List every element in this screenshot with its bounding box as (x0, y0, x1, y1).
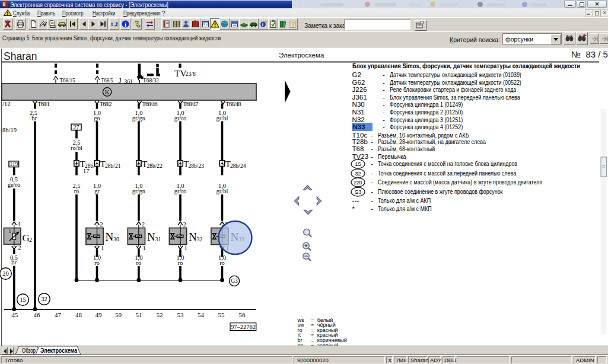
svg-text:15: 15 (355, 161, 361, 167)
svg-text:45: 45 (12, 311, 19, 318)
svg-text:23/8: 23/8 (186, 71, 196, 77)
svg-text:27: 27 (74, 124, 79, 130)
svg-text:30: 30 (113, 236, 119, 242)
svg-text:46: 46 (34, 311, 41, 318)
svg-text:?: ? (291, 21, 295, 28)
svg-text:48: 48 (75, 311, 82, 318)
svg-text:220: 220 (354, 180, 362, 186)
svg-text:28b/21: 28b/21 (105, 163, 121, 169)
svg-text:gr/ro: gr/ro (174, 115, 186, 122)
svg-text:32: 32 (197, 236, 203, 242)
svg-text:T68/48: T68/48 (226, 101, 241, 107)
svg-text:i: i (125, 21, 126, 28)
svg-text:?: ? (135, 20, 139, 28)
svg-text:17: 17 (83, 168, 90, 174)
svg-text:T68/15: T68/15 (60, 77, 75, 84)
svg-text:2: 2 (29, 237, 32, 243)
svg-text:br: br (11, 259, 17, 266)
svg-text:1: 1 (101, 245, 104, 251)
svg-text:G3: G3 (354, 189, 361, 194)
svg-text:52: 52 (157, 311, 163, 318)
svg-text:119: 119 (9, 161, 18, 167)
svg-text:T68/32: T68/32 (143, 77, 159, 84)
svg-text:ro/bl: ro/bl (71, 145, 82, 151)
svg-text:G3: G3 (231, 278, 238, 284)
svg-text:gr: gr (94, 188, 100, 194)
svg-text:361: 361 (125, 79, 133, 85)
svg-text:20: 20 (2, 270, 9, 277)
svg-text:53: 53 (177, 311, 184, 318)
svg-text:/12: /12 (2, 101, 10, 107)
svg-text:gr/gn: gr/gn (132, 188, 146, 194)
svg-text:N: N (147, 231, 155, 243)
svg-text:T68/1: T68/1 (38, 101, 50, 107)
svg-text:K: K (105, 89, 110, 95)
svg-text:1: 1 (142, 245, 145, 251)
svg-text:28b/22: 28b/22 (147, 163, 163, 169)
svg-text:55: 55 (218, 311, 225, 318)
svg-text:2: 2 (142, 221, 145, 228)
svg-text:32: 32 (355, 170, 361, 176)
svg-text:gr/gn: gr/gn (132, 115, 146, 122)
svg-text:32: 32 (41, 296, 47, 302)
svg-text:ro: ro (219, 260, 225, 266)
svg-text:47: 47 (55, 311, 62, 318)
svg-text:N: N (106, 231, 114, 243)
svg-text:T68/46: T68/46 (142, 101, 158, 107)
svg-text:56: 56 (239, 311, 246, 318)
svg-text:Электросхема: Электросхема (40, 347, 77, 354)
svg-text:2: 2 (183, 221, 186, 228)
svg-text:ro: ro (94, 260, 100, 266)
svg-text:1: 1 (9, 229, 11, 234)
svg-text:8b/19: 8b/19 (2, 127, 17, 133)
svg-text:N: N (189, 231, 197, 243)
svg-text:ro: ro (178, 260, 183, 266)
svg-text:gr/bl: gr/bl (217, 115, 228, 122)
svg-text:T68/47: T68/47 (183, 101, 199, 107)
svg-text:50: 50 (115, 311, 122, 318)
svg-text:T68/5: T68/5 (101, 77, 113, 84)
svg-text:51: 51 (136, 311, 142, 318)
svg-text:15: 15 (20, 296, 26, 303)
svg-text:ge/ro: ge/ro (8, 181, 21, 188)
svg-text:br: br (31, 115, 37, 122)
svg-text:gr/ro: gr/ro (174, 188, 186, 194)
svg-text:54: 54 (198, 311, 205, 318)
svg-text:4: 4 (18, 221, 21, 227)
svg-text:t: t (111, 20, 113, 27)
svg-text:31: 31 (155, 236, 161, 242)
svg-text:97–22762: 97–22762 (231, 324, 256, 330)
svg-text:49: 49 (96, 311, 103, 318)
svg-text:28b/24: 28b/24 (230, 163, 246, 169)
svg-text:ro: ro (74, 188, 79, 194)
svg-text:i: i (262, 22, 263, 27)
svg-text:G: G (23, 232, 30, 244)
svg-text:Обзор: Обзор (22, 347, 36, 354)
svg-text:ro: ro (136, 260, 142, 266)
svg-text:2: 2 (18, 244, 21, 251)
svg-text:gn: gn (94, 115, 100, 122)
svg-text:gr/bl: gr/bl (217, 188, 228, 194)
svg-text:2: 2 (100, 221, 103, 228)
svg-text:J: J (119, 76, 122, 85)
svg-text:28b/23: 28b/23 (189, 163, 205, 169)
svg-text:T68/2: T68/2 (100, 101, 112, 107)
svg-text:1: 1 (184, 245, 187, 251)
